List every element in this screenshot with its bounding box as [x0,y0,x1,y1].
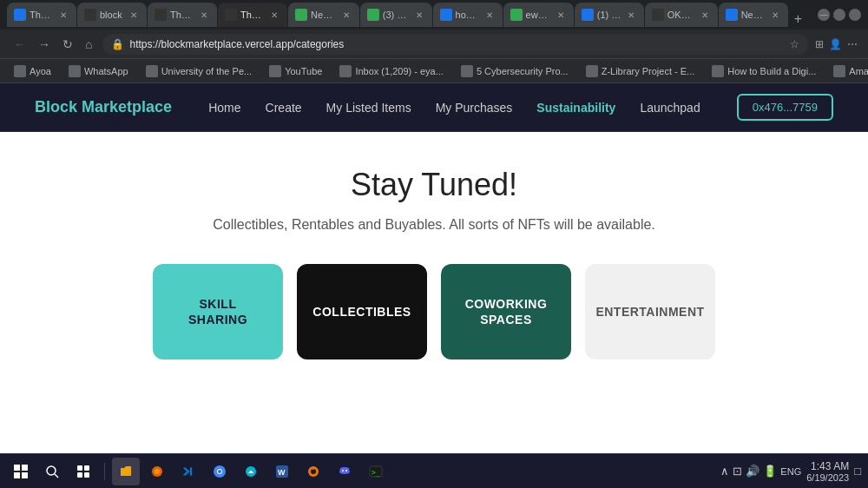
chevron-up-icon[interactable]: ∧ [720,465,729,478]
window-controls: ─ ❐ ✕ [818,9,861,21]
tab-7[interactable]: how c... ✕ [433,3,503,27]
tab-close[interactable]: ✕ [413,9,425,21]
taskbar-start-button[interactable] [7,458,35,485]
tab-2[interactable]: block ✕ [77,3,147,27]
notification-icon[interactable]: □ [854,465,861,478]
restore-button[interactable]: ❐ [833,9,845,21]
star-icon[interactable]: ☆ [790,38,799,50]
time-date-display[interactable]: 1:43 AM 6/19/2023 [806,460,849,483]
new-tab-button[interactable]: + [789,11,807,27]
nav-launchpad[interactable]: Launchpad [640,101,700,115]
taskview-icon [76,465,90,478]
svg-rect-2 [14,472,20,478]
tab-11[interactable]: New t... ✕ [719,3,788,27]
categories-row: SKILLSHARING COLLECTIBLES COWORKINGSPACE… [153,264,715,359]
category-skill-sharing[interactable]: SKILLSHARING [153,264,283,359]
tab-label: how c... [456,10,480,20]
taskbar-right: ∧ ⊡ 🔊 🔋 ENG 1:43 AM 6/19/2023 □ [720,460,861,483]
bookmark-whatsapp[interactable]: WhatsApp [62,63,135,79]
more-icon[interactable]: ⋯ [847,38,858,50]
taskbar-explorer[interactable] [112,458,140,485]
tab-close[interactable]: ✕ [699,9,711,21]
language-icon: ENG [780,466,801,477]
address-bar: ← → ↻ ⌂ 🔒 https://blockmarketplace.verce… [0,30,868,59]
bookmark-inbox[interactable]: Inbox (1,209) - eya... [332,63,450,79]
navbar: Block Marketplace Home Create My Listed … [0,83,868,132]
taskbar-terminal[interactable]: >_ [362,458,390,485]
wallet-button[interactable]: 0x476...7759 [737,94,833,121]
bookmark-university[interactable]: University of the Pe... [139,63,260,79]
tab-close[interactable]: ✕ [128,9,140,21]
tab-favicon [582,9,594,21]
taskbar-discord[interactable] [331,458,358,485]
bookmark-cybersecurity[interactable]: 5 Cybersecurity Pro... [454,63,575,79]
tab-4-active[interactable]: The Bl ✕ [218,3,287,27]
paint-icon [244,465,258,478]
firefox-icon [150,465,164,478]
taskbar-firefox[interactable] [143,458,171,485]
refresh-button[interactable]: ↻ [59,36,76,53]
category-collectibles[interactable]: COLLECTIBLES [297,264,427,359]
nav-purchases[interactable]: My Purchases [436,101,513,115]
tab-3[interactable]: The Bl ✕ [148,3,217,27]
tab-close[interactable]: ✕ [769,9,781,21]
brand-logo[interactable]: Block Marketplace [35,98,172,116]
windows-icon [14,465,28,478]
category-entertainment[interactable]: ENTERTAINMENT [585,264,715,359]
tab-6[interactable]: (3) Wh... ✕ [360,3,432,27]
taskbar-chrome[interactable] [206,458,233,485]
bookmark-ayoa[interactable]: Ayoa [7,63,58,79]
nav-sustainability[interactable]: Sustainability [536,101,615,115]
tab-close[interactable]: ✕ [483,9,496,21]
bookmark-favicon [586,65,598,77]
close-button[interactable]: ✕ [849,9,861,21]
main-content: Stay Tuned! Collectibles, Rentables and … [0,132,868,377]
tab-close[interactable]: ✕ [555,9,567,21]
extensions-icon[interactable]: ⊞ [815,38,824,50]
toolbar-extras: ⊞ 👤 ⋯ [815,38,858,50]
date-display: 6/19/2023 [806,472,849,483]
tab-favicon [510,9,523,21]
volume-icon[interactable]: 🔊 [746,465,760,478]
minimize-button[interactable]: ─ [818,9,830,21]
svg-point-16 [218,470,221,473]
taskbar-vscode[interactable] [174,458,202,485]
nav-home[interactable]: Home [208,101,240,115]
tab-10[interactable]: OKX N... ✕ [645,3,718,27]
tab-9[interactable]: (1) Fe... ✕ [575,3,644,27]
url-bar[interactable]: 🔒 https://blockmarketplace.vercel.app/ca… [102,34,808,55]
tab-5[interactable]: Negoti... ✕ [288,3,359,27]
bookmark-favicon [269,65,281,77]
tab-close[interactable]: ✕ [268,9,280,21]
svg-rect-13 [190,467,192,476]
bookmark-label: Inbox (1,209) - eya... [355,66,444,76]
category-coworking-spaces[interactable]: COWORKINGSPACES [441,264,571,359]
bookmark-youtube[interactable]: YouTube [262,63,329,79]
tab-1[interactable]: The-bl ✕ [7,3,76,27]
taskbar-paint3d[interactable] [237,458,265,485]
tab-close[interactable]: ✕ [198,9,210,21]
bookmark-amazon[interactable]: Amazon.co.uk - On... [826,63,868,79]
back-button[interactable]: ← [10,36,30,53]
forward-button[interactable]: → [35,36,54,53]
tab-close[interactable]: ✕ [340,9,352,21]
tab-label: (3) Wh... [383,10,410,20]
bookmark-howto[interactable]: How to Build a Digi... [705,63,823,79]
tab-close[interactable]: ✕ [625,9,637,21]
taskbar-search-button[interactable] [38,458,66,485]
taskbar-blender[interactable] [299,458,327,485]
tab-favicon [225,9,237,21]
nav-create[interactable]: Create [266,101,302,115]
bookmark-label: Ayoa [30,66,51,76]
bookmark-zlibrary[interactable]: Z-Library Project - E... [579,63,702,79]
word-icon: W [275,465,289,478]
tab-8[interactable]: ewalle... ✕ [503,3,574,27]
profile-icon[interactable]: 👤 [829,38,842,50]
home-button[interactable]: ⌂ [82,36,95,53]
taskbar-word[interactable]: W [268,458,296,485]
tab-close[interactable]: ✕ [57,9,69,21]
nav-listed-items[interactable]: My Listed Items [326,101,411,115]
bookmark-label: Z-Library Project - E... [602,66,695,76]
svg-rect-8 [77,472,82,478]
taskbar-taskview-button[interactable] [69,458,97,485]
